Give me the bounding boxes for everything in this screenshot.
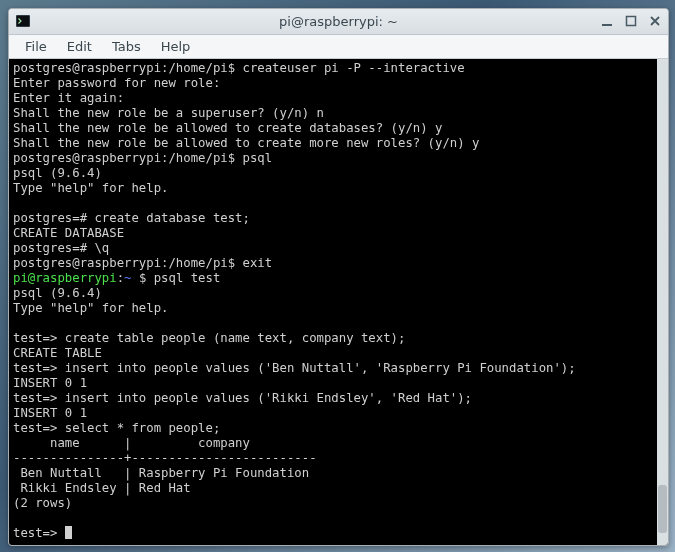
terminal-area: postgres@raspberrypi:/home/pi$ createuse… bbox=[9, 59, 668, 545]
terminal-window: pi@raspberrypi: ~ File Edit Tabs Help po… bbox=[8, 8, 669, 546]
term-line: test=> select * from people; bbox=[13, 421, 220, 435]
term-line: Enter password for new role: bbox=[13, 76, 220, 90]
term-line: Type "help" for help. bbox=[13, 301, 168, 315]
term-line: postgres=# create database test; bbox=[13, 211, 250, 225]
term-line: test=> create table people (name text, c… bbox=[13, 331, 405, 345]
menu-help[interactable]: Help bbox=[153, 36, 199, 57]
term-line: postgres@raspberrypi:/home/pi$ psql bbox=[13, 151, 272, 165]
scroll-thumb[interactable] bbox=[658, 485, 667, 533]
title-bar[interactable]: pi@raspberrypi: ~ bbox=[9, 9, 668, 35]
term-line: test=> insert into people values ('Rikki… bbox=[13, 391, 472, 405]
term-line: INSERT 0 1 bbox=[13, 376, 87, 390]
term-line: INSERT 0 1 bbox=[13, 406, 87, 420]
prompt-cmd: psql test bbox=[154, 271, 221, 285]
term-line: Rikki Endsley | Red Hat bbox=[13, 481, 191, 495]
app-icon bbox=[15, 13, 31, 29]
term-line: Type "help" for help. bbox=[13, 181, 168, 195]
term-line: Shall the new role be allowed to create … bbox=[13, 136, 479, 150]
svg-rect-1 bbox=[17, 16, 29, 26]
term-line: (2 rows) bbox=[13, 496, 72, 510]
term-line: test=> insert into people values ('Ben N… bbox=[13, 361, 576, 375]
prompt-user: pi@raspberrypi bbox=[13, 271, 117, 285]
terminal-output[interactable]: postgres@raspberrypi:/home/pi$ createuse… bbox=[9, 59, 657, 545]
term-line: Shall the new role be a superuser? (y/n)… bbox=[13, 106, 324, 120]
minimize-button[interactable] bbox=[600, 14, 614, 28]
term-line: Enter it again: bbox=[13, 91, 124, 105]
scrollbar[interactable] bbox=[657, 59, 668, 545]
term-line: postgres@raspberrypi:/home/pi$ exit bbox=[13, 256, 272, 270]
term-line: Ben Nuttall | Raspberry Pi Foundation bbox=[13, 466, 309, 480]
term-line: postgres@raspberrypi:/home/pi$ createuse… bbox=[13, 61, 465, 75]
prompt-dollar: $ bbox=[139, 271, 154, 285]
term-line: psql (9.6.4) bbox=[13, 286, 102, 300]
menu-edit[interactable]: Edit bbox=[59, 36, 100, 57]
term-line: CREATE DATABASE bbox=[13, 226, 124, 240]
menu-file[interactable]: File bbox=[17, 36, 55, 57]
cursor-icon bbox=[65, 526, 72, 539]
term-line: psql (9.6.4) bbox=[13, 166, 102, 180]
menu-tabs[interactable]: Tabs bbox=[104, 36, 149, 57]
window-title: pi@raspberrypi: ~ bbox=[9, 14, 668, 29]
close-button[interactable] bbox=[648, 14, 662, 28]
term-line: ---------------+------------------------… bbox=[13, 451, 317, 465]
prompt-sep: : bbox=[117, 271, 124, 285]
window-buttons bbox=[600, 14, 662, 28]
term-line: Shall the new role be allowed to create … bbox=[13, 121, 442, 135]
svg-rect-2 bbox=[602, 24, 612, 26]
term-line: name | company bbox=[13, 436, 250, 450]
maximize-button[interactable] bbox=[624, 14, 638, 28]
prompt-path: ~ bbox=[124, 271, 139, 285]
term-line: test=> bbox=[13, 526, 65, 540]
term-line: CREATE TABLE bbox=[13, 346, 102, 360]
term-line: postgres=# \q bbox=[13, 241, 109, 255]
svg-rect-3 bbox=[627, 17, 636, 26]
menu-bar: File Edit Tabs Help bbox=[9, 35, 668, 59]
